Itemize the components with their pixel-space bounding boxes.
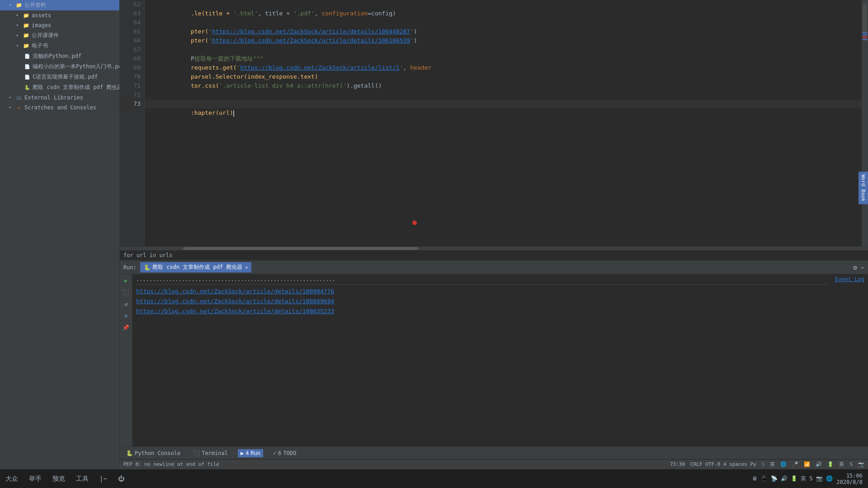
- vol-icon: 🔊: [816, 461, 822, 467]
- sidebar-item-public-resources[interactable]: ▾ 📁 公开资料: [0, 0, 119, 10]
- sidebar-item-ebooks[interactable]: ▾ 📁 电子书: [0, 41, 119, 51]
- sidebar-item-fluent-python[interactable]: 📄 流畅的Python.pdf: [0, 51, 119, 61]
- pdf-icon: 📄: [24, 53, 31, 60]
- code-lines[interactable]: .le(title + '.html', title + '.pdf', con…: [145, 0, 862, 246]
- code-token: ).getall(): [346, 82, 382, 89]
- code-token: parsel.Selector(index_response.text): [191, 73, 318, 80]
- tab-run[interactable]: ▶ 4 Run: [238, 449, 263, 457]
- run-link-1[interactable]: https://blog.csdn.net/ZackSock/article/d…: [136, 286, 828, 296]
- run-restart-button[interactable]: ↺: [122, 300, 131, 309]
- taskbar-item-jushou[interactable]: 举手: [29, 475, 42, 483]
- taskbar-sys-icons: 🖥 📱 📡 🔊 🔋 英 S 📷 🌐: [752, 475, 833, 483]
- sidebar-item-images[interactable]: ▸ 📁 images: [0, 20, 119, 30]
- pdf-icon: 📄: [24, 74, 31, 81]
- code-line-72: [145, 90, 862, 99]
- tooltip-text: for url in urls: [123, 252, 172, 258]
- run-pin-button[interactable]: 📌: [122, 323, 131, 332]
- run-filter-button[interactable]: ≡: [122, 311, 131, 320]
- run-tab-spider[interactable]: 🐍 爬取 csdn 文章制作成 pdf 爬虫器 ✕: [140, 262, 252, 272]
- sidebar-label: 公开课课件: [32, 32, 59, 39]
- tab-terminal[interactable]: ⬛ Terminal: [190, 449, 231, 457]
- editor-area: 62 63 64 65 66 67 68 69 70 71 72 73: [120, 0, 868, 260]
- horizontal-scrollbar[interactable]: [120, 246, 868, 250]
- run-link-3[interactable]: https://blog.csdn.net/ZackSock/article/d…: [136, 306, 828, 316]
- run-icon: ▶: [241, 450, 244, 456]
- status-bar: PEP 8: no newline at end of file 73:30 C…: [120, 459, 868, 469]
- input-method-icon[interactable]: S: [762, 461, 765, 467]
- scroll-indicator: [863, 32, 867, 33]
- code-token: 'https://blog.csdn.net/ZackSock/article/…: [237, 64, 403, 71]
- horizontal-scroll-thumb[interactable]: [183, 247, 418, 250]
- tab-python-console[interactable]: 🐍 Python Console: [123, 449, 183, 457]
- event-log-link[interactable]: Event Log: [835, 276, 864, 282]
- minimize-icon[interactable]: −: [861, 264, 864, 271]
- sidebar-item-spider-py[interactable]: 🐍 爬取 csdn 文章制作成 pdf 爬虫器.py: [0, 82, 119, 93]
- sidebar-item-c-game[interactable]: 📄 C语言实现弹幕子游戏.pdf: [0, 72, 119, 82]
- word-book-tab[interactable]: Word Book: [859, 172, 868, 204]
- sidebar: ▾ 📁 公开资料 ▸ 📁 assets ▸ 📁 images ▸ 📁 公开课课件…: [0, 0, 120, 469]
- code-token: header: [410, 64, 431, 71]
- tab-todo[interactable]: ✓ 6 TODO: [270, 449, 299, 457]
- tooltip-bar: for url in urls: [120, 250, 868, 260]
- sidebar-label: 公开资料: [24, 1, 46, 9]
- taskbar-left: 大众 举手 预览 工具 |− ⏻: [5, 475, 124, 483]
- run-link-2[interactable]: https://blog.csdn.net/ZackSock/article/d…: [136, 296, 828, 306]
- run-panel: Run: 🐍 爬取 csdn 文章制作成 pdf 爬虫器 ✕ ⚙ − ▶ ⬛ ↺: [120, 260, 868, 446]
- sidebar-label: 流畅的Python.pdf: [33, 52, 81, 60]
- sidebar-label: Scratches and Consoles: [24, 104, 96, 111]
- line-num-63: 63: [120, 9, 141, 18]
- scroll-indicator: [863, 37, 867, 38]
- sidebar-item-python-intro[interactable]: 📄 编程小白的第一本Python入门书.pdf: [0, 61, 119, 72]
- code-content: 62 63 64 65 66 67 68 69 70 71 72 73: [120, 0, 868, 246]
- line-num-64: 64: [120, 18, 141, 27]
- code-token: ): [414, 28, 417, 35]
- scrollbar-thumb[interactable]: [863, 5, 867, 32]
- taskbar-date: 2020/8/8: [836, 479, 863, 485]
- terminal-icon: ⬛: [193, 450, 200, 456]
- code-token: ): [414, 37, 417, 44]
- code-token: ,: [315, 10, 322, 17]
- taskbar-item-tools[interactable]: 工具: [76, 475, 89, 483]
- code-token: =config): [368, 10, 396, 17]
- line-num-62: 62: [120, 0, 141, 9]
- code-token: 'https://blog.csdn.net/ZackSock/article/…: [208, 37, 414, 44]
- event-log-area: Event Log: [831, 274, 868, 446]
- run-play-button[interactable]: ▶: [122, 276, 131, 285]
- folder-icon: 📁: [23, 32, 30, 39]
- sidebar-item-courseware[interactable]: ▸ 📁 公开课课件: [0, 30, 119, 41]
- tab-run-num: 4: [245, 450, 249, 456]
- settings-icon[interactable]: ⚙: [853, 264, 857, 271]
- taskbar-item-dazong[interactable]: 大众: [5, 475, 18, 483]
- sidebar-label: images: [32, 22, 51, 28]
- code-token: pter(: [191, 28, 208, 35]
- code-token: configuration: [322, 10, 368, 17]
- status-right: 73:30 CRLF UTF-8 4 spaces Py S 英 🌐 🎤 📶 🔊…: [670, 461, 864, 468]
- line-num-67: 67: [120, 45, 141, 54]
- run-stop-button[interactable]: ⬛: [122, 288, 131, 297]
- sidebar-item-assets[interactable]: ▸ 📁 assets: [0, 10, 119, 20]
- run-tab-icons: ⚙ −: [853, 264, 864, 271]
- line-num-73: 73: [120, 99, 141, 108]
- code-token: pter(: [191, 37, 208, 44]
- right-scrollbar[interactable]: [862, 0, 868, 246]
- run-separator: ........................................…: [136, 276, 828, 285]
- folder-icon: 📁: [15, 2, 23, 9]
- run-tab-close-button[interactable]: ✕: [245, 265, 248, 270]
- sidebar-item-external-libraries[interactable]: ▸ 🗂 External Libraries: [0, 93, 119, 103]
- line-num-69: 69: [120, 63, 141, 72]
- scroll-indicator: [863, 39, 867, 40]
- run-label: Run:: [123, 264, 137, 271]
- tab-label: TODO: [283, 450, 297, 456]
- arrow-icon: ▸: [9, 105, 14, 110]
- code-token: 'https://blog.csdn.net/ZackSock/article/…: [208, 28, 414, 35]
- taskbar-item-preview[interactable]: 预览: [52, 475, 65, 483]
- taskbar-power-icon[interactable]: ⏻: [118, 475, 124, 483]
- scroll-indicator: [863, 34, 867, 36]
- arrow-icon: ▸: [9, 95, 14, 100]
- code-token: ,: [403, 64, 410, 71]
- line-num-68: 68: [120, 54, 141, 63]
- sidebar-label: assets: [32, 12, 51, 19]
- code-token: tor.css(: [191, 82, 219, 89]
- sidebar-item-scratches[interactable]: ▸ ✏ Scratches and Consoles: [0, 103, 119, 113]
- encoding-info: CRLF UTF-8 4 spaces Py: [690, 461, 756, 467]
